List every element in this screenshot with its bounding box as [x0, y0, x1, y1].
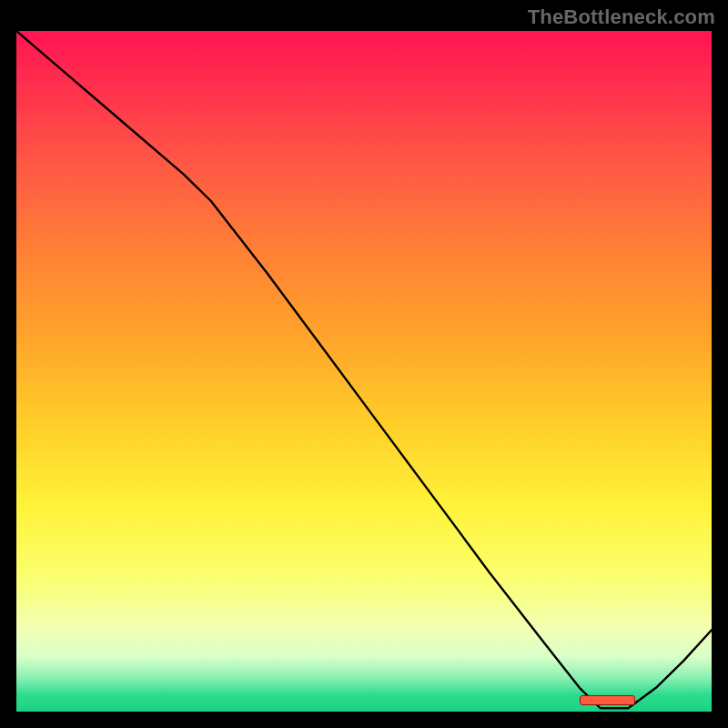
- chart-frame: TheBottleneck.com: [0, 0, 728, 728]
- trough-marker: [580, 695, 635, 705]
- watermark-text: TheBottleneck.com: [528, 5, 715, 29]
- plot-area: [16, 31, 712, 712]
- curve-svg: [16, 31, 712, 712]
- bottleneck-curve: [16, 31, 712, 708]
